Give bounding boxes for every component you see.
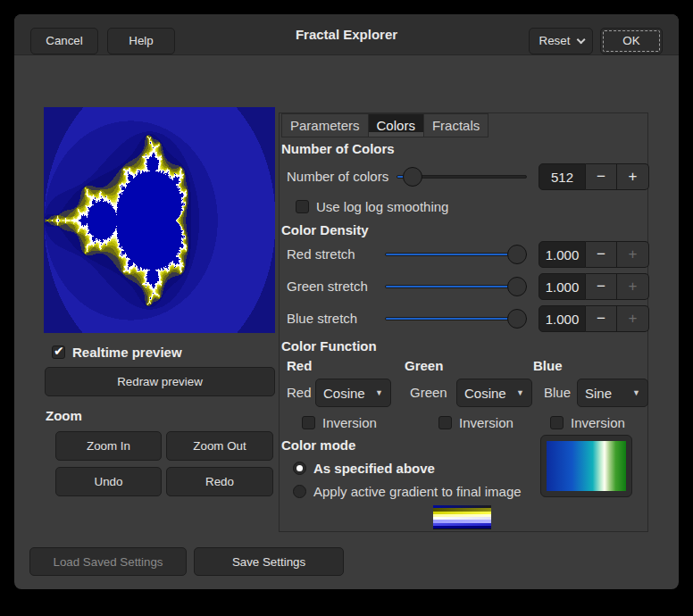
red-inversion-row: Inversion bbox=[302, 415, 377, 430]
undo-button[interactable]: Undo bbox=[55, 467, 162, 496]
red-column-header: Red bbox=[287, 358, 312, 373]
minus-icon[interactable]: − bbox=[586, 163, 617, 190]
chevron-down-icon bbox=[577, 35, 586, 44]
realtime-preview-checkbox[interactable] bbox=[52, 345, 65, 359]
color-mode-option-1: As specified above bbox=[293, 461, 435, 476]
slider-handle[interactable] bbox=[507, 309, 527, 329]
red-stretch-slider[interactable] bbox=[385, 245, 527, 264]
blue-function-dropdown[interactable]: Sine▼ bbox=[577, 379, 648, 407]
help-button[interactable]: Help bbox=[107, 28, 175, 54]
zoom-header: Zoom bbox=[46, 408, 82, 423]
slider-handle[interactable] bbox=[403, 167, 422, 187]
green-column-header: Green bbox=[405, 358, 443, 373]
red-stretch-spinner: − + bbox=[539, 241, 649, 268]
number-of-colors-label: Number of colors bbox=[287, 163, 388, 190]
color-mode-option-2: Apply active gradient to final image bbox=[293, 484, 522, 499]
colormap-preview-box bbox=[540, 435, 632, 497]
fractal-preview[interactable] bbox=[44, 107, 275, 333]
green-function-dropdown[interactable]: Cosine▼ bbox=[456, 379, 532, 407]
cancel-button[interactable]: Cancel bbox=[30, 28, 98, 54]
plus-icon[interactable]: + bbox=[617, 241, 649, 268]
smoothing-row: Use log log smoothing bbox=[296, 199, 448, 214]
green-stretch-spinner: − + bbox=[539, 273, 649, 300]
apply-gradient-radio[interactable] bbox=[293, 485, 306, 498]
color-density-header: Color Density bbox=[281, 222, 369, 237]
red-stretch-label: Red stretch bbox=[287, 241, 355, 268]
apply-gradient-label: Apply active gradient to final image bbox=[313, 484, 522, 499]
red-inversion-label: Inversion bbox=[322, 415, 377, 430]
minus-icon[interactable]: − bbox=[586, 273, 617, 300]
redo-button[interactable]: Redo bbox=[166, 467, 273, 496]
plus-icon[interactable]: + bbox=[617, 273, 649, 300]
blue-stretch-input[interactable] bbox=[539, 305, 586, 332]
green-inversion-row: Inversion bbox=[438, 415, 513, 430]
settings-notebook: Parameters Colors Fractals Number of Col… bbox=[279, 112, 648, 532]
number-of-colors-header: Number of Colors bbox=[281, 141, 395, 156]
as-specified-label: As specified above bbox=[313, 461, 435, 476]
tab-parameters[interactable]: Parameters bbox=[281, 113, 369, 137]
fractal-explorer-dialog: Fractal Explorer Cancel Help Reset OK Re… bbox=[14, 14, 679, 589]
color-function-header: Color Function bbox=[281, 338, 377, 354]
save-settings-button[interactable]: Save Settings bbox=[194, 547, 344, 576]
realtime-preview-row: Realtime preview bbox=[52, 345, 182, 360]
number-of-colors-slider[interactable] bbox=[397, 167, 527, 187]
blue-stretch-spinner: − + bbox=[539, 305, 649, 332]
blue-inversion-checkbox[interactable] bbox=[550, 416, 564, 429]
minus-icon[interactable]: − bbox=[586, 241, 617, 268]
color-mode-header: Color mode bbox=[281, 437, 355, 453]
green-inversion-checkbox[interactable] bbox=[438, 416, 452, 429]
tab-fractals[interactable]: Fractals bbox=[424, 113, 488, 137]
fractal-canvas[interactable] bbox=[44, 107, 275, 333]
zoom-out-button[interactable]: Zoom Out bbox=[166, 431, 273, 461]
as-specified-radio[interactable] bbox=[293, 462, 306, 475]
red-function-label: Red bbox=[287, 379, 312, 407]
blue-column-header: Blue bbox=[533, 358, 563, 373]
green-function-label: Green bbox=[410, 379, 447, 407]
plus-icon[interactable]: + bbox=[617, 305, 649, 332]
reset-button[interactable]: Reset bbox=[529, 28, 593, 54]
green-stretch-slider[interactable] bbox=[385, 277, 527, 296]
ok-button[interactable]: OK bbox=[600, 28, 663, 54]
chevron-down-icon: ▼ bbox=[632, 388, 640, 397]
tab-bar: Parameters Colors Fractals bbox=[281, 113, 488, 137]
green-stretch-label: Green stretch bbox=[287, 273, 368, 300]
blue-stretch-label: Blue stretch bbox=[287, 305, 357, 332]
tab-colors[interactable]: Colors bbox=[369, 113, 424, 137]
load-saved-settings-button[interactable]: Load Saved Settings bbox=[29, 547, 187, 576]
colormap-gradient bbox=[547, 441, 626, 491]
blue-inversion-row: Inversion bbox=[550, 415, 625, 430]
zoom-in-button[interactable]: Zoom In bbox=[55, 431, 162, 461]
chevron-down-icon: ▼ bbox=[375, 388, 383, 397]
log-log-smoothing-label: Use log log smoothing bbox=[316, 199, 448, 214]
blue-stretch-slider[interactable] bbox=[385, 309, 527, 329]
slider-handle[interactable] bbox=[507, 277, 527, 296]
redraw-preview-button[interactable]: Redraw preview bbox=[45, 367, 275, 396]
red-function-dropdown[interactable]: Cosine▼ bbox=[315, 379, 391, 407]
green-stretch-input[interactable] bbox=[539, 273, 586, 300]
number-of-colors-spinner: − + bbox=[539, 163, 649, 190]
log-log-smoothing-checkbox[interactable] bbox=[296, 200, 309, 213]
gradient-strip[interactable] bbox=[433, 505, 491, 529]
screen: Fractal Explorer Cancel Help Reset OK Re… bbox=[0, 0, 693, 616]
number-of-colors-input[interactable] bbox=[539, 163, 586, 190]
green-inversion-label: Inversion bbox=[459, 415, 513, 430]
chevron-down-icon: ▼ bbox=[516, 388, 524, 397]
red-stretch-input[interactable] bbox=[539, 241, 586, 268]
plus-icon[interactable]: + bbox=[617, 163, 649, 190]
slider-handle[interactable] bbox=[507, 245, 527, 264]
red-inversion-checkbox[interactable] bbox=[302, 416, 315, 429]
minus-icon[interactable]: − bbox=[586, 305, 617, 332]
blue-function-label: Blue bbox=[544, 379, 571, 407]
blue-inversion-label: Inversion bbox=[571, 415, 625, 430]
titlebar: Fractal Explorer Cancel Help Reset OK bbox=[14, 14, 679, 55]
gradient-strip-band bbox=[433, 526, 491, 529]
realtime-preview-label: Realtime preview bbox=[72, 345, 182, 360]
